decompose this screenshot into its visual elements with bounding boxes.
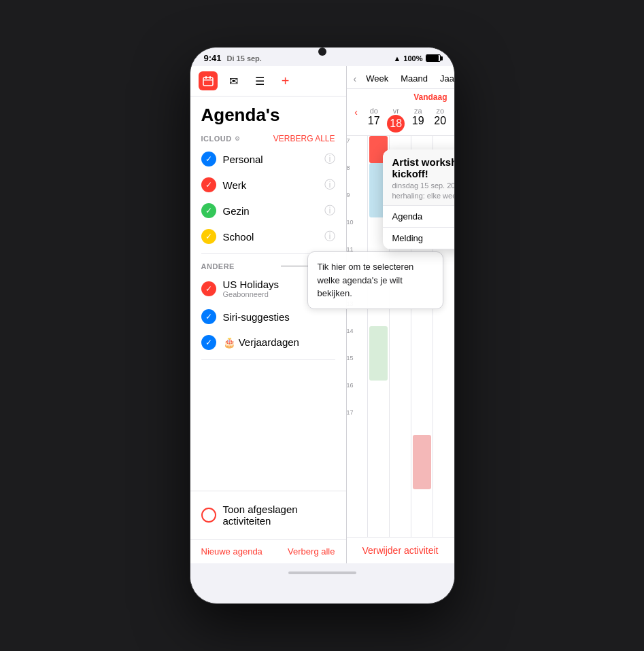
calendar-icon[interactable]	[199, 71, 218, 90]
popup-meta-1: dinsdag 15 sep. 2020 09:00 tot 10:00	[392, 181, 454, 190]
calendar-header: ‹ Week Maand Jaar 🔍 Zoek 🎤	[347, 66, 454, 89]
icloud-section-header: ICLOUD ⚙ VERBERG ALLE	[190, 130, 346, 146]
calendar-item-verjaardagen[interactable]: ✓ 🎂 Verjaardagen	[196, 330, 341, 355]
sidebar-footer: Nieuwe agenda Verberg alle	[190, 539, 346, 563]
tab-jaar[interactable]: Jaar	[435, 71, 454, 86]
event-popup: Artist workshop kickoff! Wijzig dinsdag …	[383, 149, 454, 249]
calendar-item-werk[interactable]: ✓ Werk ⓘ	[196, 172, 341, 198]
calendar-item-personal[interactable]: ✓ Personal ⓘ	[196, 146, 341, 172]
divider-2	[201, 359, 335, 360]
hide-all-btn[interactable]: Verberg alle	[288, 546, 335, 557]
personal-check: ✓	[201, 152, 216, 166]
declined-circle-icon	[201, 508, 216, 523]
sidebar-title: Agenda's	[190, 96, 346, 130]
calendar-body: 7 8 9 10 11 12 13 14 15 16 17	[347, 136, 454, 537]
popup-header: Artist workshop kickoff! Wijzig dinsdag …	[383, 149, 454, 206]
svg-rect-2	[209, 76, 211, 79]
day-prev-indicator: ‹	[350, 104, 363, 135]
popup-title-row: Artist workshop kickoff! Wijzig	[392, 156, 454, 179]
wifi-icon: ▲	[393, 54, 401, 63]
school-name: School	[223, 231, 318, 243]
calendar-item-school[interactable]: ✓ School ⓘ	[196, 224, 341, 249]
icloud-label: ICLOUD	[201, 135, 232, 143]
day-header-thu: do 17	[363, 104, 386, 135]
school-check: ✓	[201, 229, 216, 244]
home-bar[interactable]	[288, 571, 356, 574]
day-header-sun: zo 20	[429, 104, 452, 135]
verjaardagen-check: ✓	[201, 335, 216, 350]
add-icon[interactable]: +	[276, 71, 295, 90]
callout-line	[281, 266, 308, 266]
declined-label: Toon afgeslagen activiteiten	[223, 504, 335, 527]
app-content: ✉ ☰ + Agenda's ICLOUD ⚙ VERBERG ALLE ✓ P…	[190, 66, 454, 563]
werk-name: Werk	[223, 179, 318, 191]
day-col-fri: Artist workshop kickoff! Wijzig dinsdag …	[389, 136, 411, 537]
holidays-sub: Geabonneerd	[223, 290, 318, 298]
popup-meta-2: herhaling: elke week	[392, 192, 454, 200]
popup-melding-label: Melding	[392, 233, 424, 243]
calendar-item-gezin[interactable]: ✓ Gezin ⓘ	[196, 198, 341, 224]
popup-agenda-label: Agenda	[392, 211, 423, 222]
svg-rect-1	[205, 76, 207, 79]
day-header-fri: vr 18	[385, 104, 407, 135]
delete-event-btn[interactable]: Verwijder activiteit	[362, 545, 438, 556]
hide-all-icloud-btn[interactable]: VERBERG ALLE	[273, 134, 335, 143]
calendar-bottom-bar: Verwijder activiteit	[347, 537, 454, 563]
gezin-name: Gezin	[223, 205, 318, 217]
andere-label: ANDERE	[201, 262, 235, 270]
home-indicator	[190, 563, 454, 582]
calendar-main: ‹ Week Maand Jaar 🔍 Zoek 🎤 Vandaag	[347, 66, 454, 563]
today-btn[interactable]: Vandaag	[413, 92, 447, 102]
battery-label: 100%	[403, 54, 422, 63]
sidebar-toolbar: ✉ ☰ +	[190, 66, 346, 96]
school-info-icon[interactable]: ⓘ	[324, 230, 335, 244]
new-agenda-btn[interactable]: Nieuwe agenda	[201, 546, 262, 557]
holidays-name: US Holidays	[223, 279, 318, 290]
status-time: 9:41	[204, 53, 222, 63]
declined-item[interactable]: Toon afgeslagen activiteiten	[196, 498, 341, 532]
today-row: Vandaag	[347, 89, 454, 104]
declined-section: Toon afgeslagen activiteiten	[190, 491, 346, 539]
svg-rect-0	[203, 77, 213, 86]
personal-info-icon[interactable]: ⓘ	[324, 152, 335, 166]
popup-agenda-row[interactable]: Agenda Werk ›	[383, 206, 454, 228]
werk-info-icon[interactable]: ⓘ	[324, 178, 335, 192]
tab-maand[interactable]: Maand	[395, 71, 433, 86]
icloud-calendar-list: ✓ Personal ⓘ ✓ Werk ⓘ ✓ Gezin ⓘ ✓ School	[190, 146, 346, 249]
day-headers: ‹ do 17 vr 18 za 19 zo 20	[347, 104, 454, 136]
camera-notch	[318, 48, 326, 56]
gezin-info-icon[interactable]: ⓘ	[324, 204, 335, 218]
siri-name: Siri-suggesties	[223, 311, 335, 323]
verjaardagen-name: 🎂 Verjaardagen	[223, 336, 335, 349]
mail-icon[interactable]: ✉	[224, 71, 243, 90]
callout-box: Tik hier om te selecteren welke agenda's…	[307, 251, 443, 309]
siri-check: ✓	[201, 309, 216, 324]
view-tabs: Week Maand Jaar	[360, 71, 454, 86]
days-grid: Artist workshop kickoff! Wijzig dinsdag …	[367, 136, 454, 537]
time-column: 7 8 9 10 11 12 13 14 15 16 17	[347, 136, 367, 537]
list-icon[interactable]: ☰	[250, 71, 269, 90]
callout-text: Tik hier om te selecteren welke agenda's…	[318, 262, 414, 298]
status-date: Di 15 sep.	[227, 54, 262, 63]
day-header-sat: za 19	[407, 104, 430, 135]
sidebar: ✉ ☰ + Agenda's ICLOUD ⚙ VERBERG ALLE ✓ P…	[190, 66, 347, 563]
icloud-loader: ⚙	[235, 135, 240, 142]
holidays-check: ✓	[201, 281, 216, 296]
personal-name: Personal	[223, 154, 318, 165]
battery-icon	[426, 54, 441, 62]
tab-week[interactable]: Week	[360, 71, 394, 86]
svg-rect-3	[203, 80, 213, 81]
werk-check: ✓	[201, 177, 216, 192]
gezin-check: ✓	[201, 203, 216, 218]
popup-title: Artist workshop kickoff!	[392, 156, 454, 179]
popup-melding-row[interactable]: Melding Geen ›	[383, 228, 454, 249]
ipad-device: 9:41 Di 15 sep. ▲ 100%	[190, 47, 455, 604]
